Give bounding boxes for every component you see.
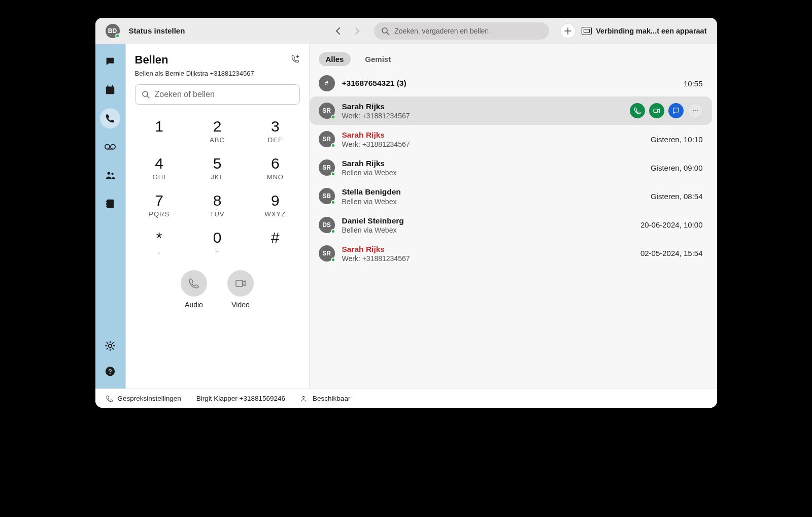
presence-dot-icon — [115, 34, 120, 38]
tab-all[interactable]: Alles — [319, 52, 351, 66]
contact-name: Sarah Rijks — [342, 244, 633, 254]
keypad-key-8[interactable]: 8TUV — [198, 193, 236, 218]
keypad-key-7[interactable]: 7PQRS — [140, 193, 179, 218]
rail-meetings[interactable] — [100, 80, 120, 100]
chat-icon — [672, 107, 680, 115]
secondary-line-label: Birgit Klapper +31881569246 — [196, 395, 285, 402]
call-time: Gisteren, 08:54 — [651, 192, 703, 201]
keypad-key-6[interactable]: 6MNO — [256, 156, 294, 181]
conversation-settings-button[interactable]: Gespreksinstellingen — [106, 395, 181, 403]
phone-icon — [188, 277, 200, 289]
video-icon — [234, 277, 247, 289]
svg-point-8 — [111, 144, 115, 149]
row-audio-call-button[interactable] — [630, 103, 645, 118]
video-call-button[interactable]: Video — [227, 270, 254, 309]
connect-device-label: Verbinding mak...t een apparaat — [596, 27, 706, 35]
rail-calling[interactable] — [100, 108, 120, 128]
rail-contacts[interactable] — [100, 193, 120, 214]
connect-device-button[interactable]: Verbinding mak...t een apparaat — [582, 27, 706, 35]
header-toolbar: BD Status instellen Zoeken, vergaderen e… — [95, 18, 717, 44]
presence-status[interactable]: Beschikbaar — [300, 395, 350, 403]
history-scroll[interactable]: #+31687654321 (3)10:55SRSarah RijksWerk:… — [310, 70, 717, 389]
rail-voicemail[interactable] — [100, 137, 120, 157]
call-time: Gisteren, 10:10 — [651, 135, 703, 144]
rail-teams[interactable] — [100, 165, 120, 185]
keypad-digit: # — [256, 230, 294, 245]
row-video-call-button[interactable] — [649, 103, 664, 118]
svg-rect-24 — [654, 109, 658, 113]
nav-forward-button — [350, 24, 364, 38]
keypad-key-*[interactable]: *, — [140, 230, 179, 255]
row-more-button[interactable] — [688, 103, 703, 118]
rail-help[interactable]: ? — [100, 361, 120, 381]
rail-messaging[interactable] — [100, 51, 120, 72]
global-search-placeholder: Zoeken, vergaderen en bellen — [394, 27, 489, 35]
history-row[interactable]: DSDaniel SteinbergBellen via Webex20-06-… — [310, 211, 712, 239]
keypad-digit: 5 — [198, 156, 236, 171]
dial-search-input[interactable]: Zoeken of bellen — [135, 84, 300, 105]
dialer-title: Bellen — [135, 53, 168, 67]
device-icon — [582, 27, 592, 35]
keypad-key-#[interactable]: # — [256, 230, 294, 255]
address-book-icon — [105, 198, 116, 209]
history-row[interactable]: SRSarah RijksWerk: +31881234567 — [310, 96, 712, 125]
keypad-key-3[interactable]: 3DEF — [256, 119, 294, 144]
people-icon — [300, 395, 309, 403]
keypad-digit: 8 — [198, 193, 236, 208]
contact-avatar: SR — [319, 103, 335, 119]
presence-dot-icon — [331, 115, 335, 119]
calendar-icon — [105, 84, 116, 95]
global-search-input[interactable]: Zoeken, vergaderen en bellen — [374, 22, 549, 40]
keypad-letters: + — [198, 247, 236, 255]
keypad-letters: , — [140, 247, 179, 255]
nav-arrows — [331, 24, 364, 38]
chevron-left-icon — [334, 27, 343, 35]
keypad-digit: 9 — [256, 193, 294, 208]
keypad-key-5[interactable]: 5JKL — [198, 156, 236, 181]
keypad-digit: 1 — [140, 119, 179, 134]
contact-avatar: SR — [319, 245, 335, 262]
history-row[interactable]: SRSarah RijksWerk: +3188123456702-05-202… — [310, 239, 712, 268]
row-chat-button[interactable] — [668, 103, 684, 118]
keypad-digit: 2 — [198, 119, 236, 134]
svg-rect-13 — [106, 201, 107, 203]
keypad-letters: WXYZ — [256, 210, 294, 218]
nav-back-button[interactable] — [331, 24, 346, 38]
audio-call-button[interactable]: Audio — [181, 270, 207, 309]
rail-settings[interactable] — [100, 336, 120, 356]
chat-bubble-icon — [105, 56, 116, 67]
search-icon — [381, 27, 389, 35]
keypad-digit: 3 — [256, 119, 294, 134]
keypad-key-4[interactable]: 4GHI — [140, 156, 179, 181]
svg-rect-15 — [106, 206, 107, 207]
keypad-key-1[interactable]: 1 — [140, 119, 179, 144]
presence-dot-icon — [331, 229, 335, 234]
phone-gear-icon — [106, 395, 114, 403]
svg-rect-14 — [106, 203, 107, 205]
history-row[interactable]: SRSarah RijksBellen via WebexGisteren, 0… — [310, 153, 712, 182]
contact-meta: Bellen via Webex — [342, 226, 633, 234]
svg-line-22 — [147, 96, 149, 98]
history-row[interactable]: SBStella BenigdenBellen via WebexGistere… — [310, 182, 712, 210]
voicemail-icon — [105, 143, 116, 150]
create-new-button[interactable] — [560, 23, 576, 39]
contact-name: Sarah Rijks — [342, 102, 623, 112]
history-tabs: Alles Gemist — [310, 44, 717, 70]
call-time: 20-06-2024, 10:00 — [640, 220, 703, 229]
keypad-key-0[interactable]: 0+ — [198, 230, 236, 255]
presence-status-label: Beschikbaar — [313, 395, 350, 402]
history-row[interactable]: SRSarah RijksWerk: +31881234567Gisteren,… — [310, 125, 712, 153]
chevron-right-icon — [353, 27, 361, 35]
history-row[interactable]: #+31687654321 (3)10:55 — [310, 70, 712, 96]
conversation-settings-label: Gespreksinstellingen — [118, 395, 181, 402]
svg-point-28 — [302, 396, 304, 398]
keypad-key-2[interactable]: 2ABC — [198, 119, 236, 144]
svg-text:?: ? — [108, 368, 112, 375]
status-set-button[interactable]: Status instellen — [129, 26, 185, 35]
phone-icon — [105, 113, 116, 124]
user-avatar[interactable]: BD — [106, 24, 120, 38]
call-options-button[interactable] — [291, 54, 300, 66]
tab-missed[interactable]: Gemist — [358, 52, 398, 66]
call-time: Gisteren, 09:00 — [651, 164, 703, 172]
keypad-key-9[interactable]: 9WXYZ — [256, 193, 294, 218]
